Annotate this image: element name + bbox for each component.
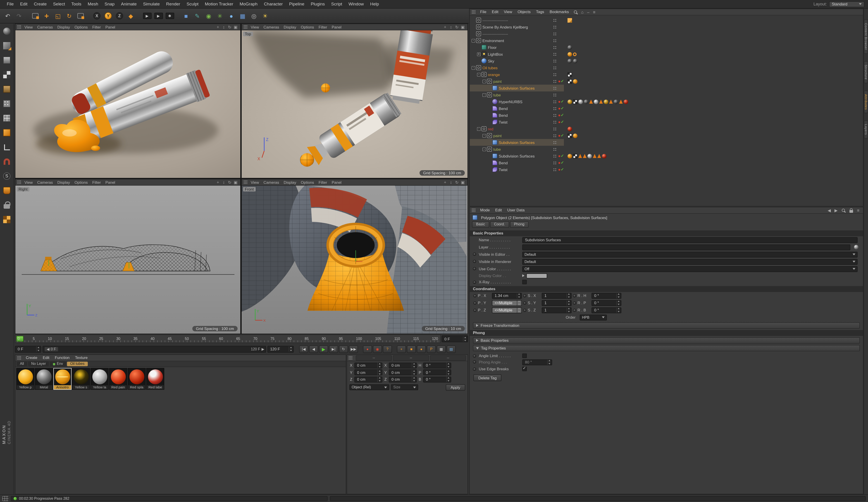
visibility-dots[interactable] bbox=[553, 80, 557, 83]
next-frame-button[interactable]: ▶| bbox=[329, 345, 338, 353]
viewport-menu-item[interactable]: Display bbox=[55, 180, 72, 184]
spinner-icon[interactable] bbox=[547, 359, 551, 365]
menu-icon[interactable]: ≡ bbox=[855, 208, 861, 213]
zoom-view-icon[interactable]: ↕ bbox=[221, 25, 227, 29]
spinner-icon[interactable] bbox=[567, 307, 570, 313]
use-color-select[interactable]: Off bbox=[522, 266, 858, 272]
tag-icon[interactable] bbox=[619, 100, 623, 104]
object-name[interactable]: paint bbox=[493, 79, 502, 83]
object-row[interactable]: Scene By Anders Kjellberg bbox=[470, 23, 863, 30]
rotation-field[interactable]: 0 ° bbox=[423, 369, 451, 375]
object-row[interactable]: - red bbox=[470, 125, 863, 132]
visibility-dots[interactable] bbox=[553, 154, 557, 158]
polygons-mode-button[interactable] bbox=[2, 127, 12, 137]
snap-settings-button[interactable] bbox=[2, 171, 12, 181]
tag-icon[interactable] bbox=[573, 79, 577, 83]
spinner-icon[interactable] bbox=[567, 300, 570, 306]
spinner-icon[interactable] bbox=[36, 346, 40, 352]
goto-start-button[interactable]: |◀ bbox=[299, 345, 308, 353]
spinner-icon[interactable] bbox=[517, 293, 520, 298]
visibility-dots[interactable] bbox=[553, 120, 557, 124]
object-name[interactable]: LightBox bbox=[488, 52, 503, 57]
tag-icon[interactable] bbox=[589, 100, 593, 104]
tag-icon[interactable] bbox=[568, 59, 572, 63]
tag-icon[interactable] bbox=[614, 99, 618, 104]
keyframe-dot-icon[interactable] bbox=[473, 360, 476, 363]
object-name[interactable]: Twist bbox=[499, 120, 508, 124]
keyframe-dot-icon[interactable] bbox=[473, 301, 477, 305]
tag-icon[interactable] bbox=[568, 45, 572, 50]
spinner-icon[interactable] bbox=[463, 336, 467, 341]
panel-grip[interactable] bbox=[349, 356, 353, 360]
end-frame-field[interactable]: 120 F bbox=[267, 346, 294, 352]
add-environment-button[interactable]: ▦ bbox=[237, 10, 248, 21]
object-row[interactable]: Bend bbox=[470, 105, 863, 112]
scale-tool[interactable]: ◱ bbox=[52, 10, 63, 21]
record-keyframe-button[interactable]: ● bbox=[363, 345, 372, 353]
visibility-dots[interactable] bbox=[553, 25, 557, 29]
visibility-dots[interactable] bbox=[553, 46, 557, 49]
menu-item[interactable]: Mesh bbox=[85, 0, 101, 8]
material-swatch[interactable]: Metal bbox=[35, 368, 53, 390]
tag-icon[interactable] bbox=[604, 99, 608, 104]
spinner-icon[interactable] bbox=[412, 370, 415, 375]
search-icon[interactable] bbox=[574, 10, 577, 13]
material-swatch[interactable]: Yellow la bbox=[91, 368, 108, 390]
material-swatch[interactable]: Red pain bbox=[109, 368, 127, 390]
top-canvas[interactable]: Z X Top Grid Spacing : 100 cm bbox=[242, 30, 467, 178]
name-field[interactable]: Subdivision Surfaces bbox=[522, 237, 858, 243]
live-selection-tool[interactable] bbox=[30, 10, 41, 21]
sy-field[interactable]: 1 bbox=[542, 300, 571, 306]
tag-icon[interactable] bbox=[573, 52, 577, 56]
maximize-view-icon[interactable]: ▣ bbox=[232, 25, 238, 29]
rotate-view-icon[interactable]: ↻ bbox=[227, 180, 232, 184]
object-name[interactable]: Subdivision Surfaces bbox=[499, 140, 535, 145]
release-tool[interactable] bbox=[2, 26, 12, 36]
tag-icon[interactable] bbox=[578, 99, 583, 104]
add-simulation-button[interactable]: ● bbox=[226, 10, 237, 21]
pan-view-icon[interactable]: + bbox=[442, 180, 448, 184]
menu-item[interactable]: Create bbox=[31, 0, 50, 8]
goto-end-button[interactable]: ▶▶ bbox=[349, 345, 358, 353]
tag-icon[interactable] bbox=[593, 154, 597, 158]
workplane-mode-button[interactable] bbox=[2, 84, 12, 94]
viewport-menu-item[interactable]: Options bbox=[72, 180, 90, 184]
object-row[interactable]: Floor bbox=[470, 44, 863, 51]
angle-limit-checkbox[interactable] bbox=[522, 353, 527, 358]
expand-toggle[interactable]: - bbox=[472, 66, 475, 70]
object-name[interactable]: Scene By Anders Kjellberg bbox=[483, 25, 528, 29]
expand-toggle[interactable]: - bbox=[483, 147, 486, 151]
visibility-dots[interactable] bbox=[553, 93, 557, 97]
lock-y-axis-button[interactable]: Y bbox=[103, 10, 114, 21]
object-name[interactable]: tube bbox=[493, 147, 501, 151]
enabled-state-icon[interactable] bbox=[558, 132, 564, 139]
spinner-icon[interactable] bbox=[446, 362, 450, 368]
menu-item[interactable]: Edit bbox=[17, 0, 31, 8]
object-menu-item[interactable]: Objects bbox=[515, 9, 533, 15]
xray-checkbox[interactable] bbox=[522, 279, 527, 284]
visibility-dots[interactable] bbox=[553, 19, 557, 22]
add-cube-button[interactable]: ■ bbox=[180, 10, 192, 21]
keyframe-dot-icon[interactable] bbox=[473, 294, 477, 297]
object-name[interactable]: Bend bbox=[499, 161, 508, 165]
object-row[interactable]: Twist bbox=[470, 119, 863, 125]
timeline-ruler[interactable]: 0510152025303540455055606570758085909510… bbox=[15, 335, 441, 343]
viewport-menu-item[interactable]: Cameras bbox=[261, 180, 281, 184]
object-row[interactable]: Sky bbox=[470, 58, 863, 64]
object-row[interactable]: Subdivision Surfaces bbox=[470, 153, 863, 159]
visible-renderer-select[interactable]: Default bbox=[522, 259, 858, 265]
viewport-menu-item[interactable]: Display bbox=[281, 180, 299, 184]
material-swatch[interactable]: Anisotro bbox=[53, 368, 72, 390]
keyframe-dot-icon[interactable] bbox=[473, 267, 476, 270]
material-swatch[interactable]: Red spla bbox=[128, 368, 146, 390]
expand-toggle[interactable]: - bbox=[483, 134, 486, 137]
keyframe-dot-icon[interactable] bbox=[473, 260, 476, 263]
viewport-menu-item[interactable]: Filter bbox=[316, 180, 329, 184]
tag-icon[interactable] bbox=[583, 154, 587, 158]
viewport-menu-item[interactable]: Filter bbox=[90, 25, 103, 29]
keyframe-dot-icon[interactable] bbox=[573, 301, 576, 305]
pan-view-icon[interactable]: + bbox=[442, 25, 448, 29]
tag-icon[interactable] bbox=[609, 100, 613, 104]
snap-toggle-button[interactable] bbox=[2, 157, 12, 166]
menu-item[interactable]: Snap bbox=[101, 0, 118, 8]
